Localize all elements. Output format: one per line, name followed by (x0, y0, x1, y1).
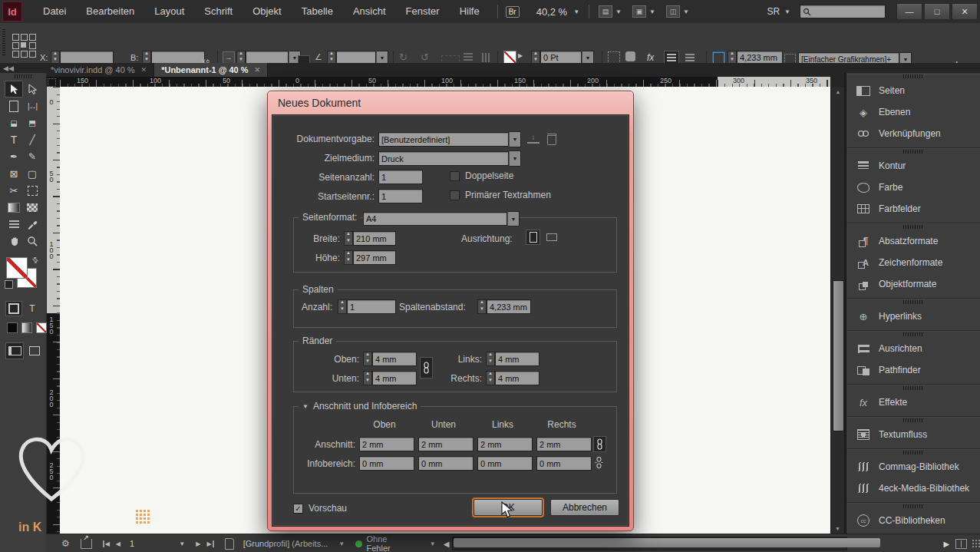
content-placer-tool[interactable]: ⬒ (24, 115, 41, 131)
page-settings-icon[interactable]: ⚙ (61, 538, 70, 549)
page-view-icon[interactable] (955, 539, 967, 549)
bleed-left-field[interactable]: 2 mm (477, 437, 533, 451)
swap-fill-stroke-icon[interactable]: ⇆ (30, 255, 41, 266)
scroll-right-icon[interactable]: ▶ (943, 540, 949, 548)
margin-top-field[interactable]: 4 mm (372, 352, 417, 366)
first-page-icon[interactable]: ◀ (103, 540, 110, 547)
margin-right-field[interactable]: 4 mm (495, 371, 539, 385)
dock-group-handle[interactable] (903, 418, 923, 422)
close-button[interactable]: ✕ (952, 3, 978, 20)
content-collector-tool[interactable]: ⬓ (5, 115, 22, 131)
menu-hilfe[interactable]: Hilfe (450, 0, 490, 23)
formatting-affects-container-button[interactable] (6, 302, 21, 316)
vertical-scroll-thumb[interactable] (833, 280, 844, 431)
workspace-switcher[interactable]: SR ▼ (767, 6, 790, 17)
scroll-down-icon[interactable]: ▼ (831, 524, 844, 534)
free-transform-tool[interactable] (24, 183, 41, 198)
gutter-field[interactable]: 4,233 mm (487, 299, 531, 314)
resize-grip-icon[interactable] (972, 539, 980, 548)
preflight-profile-dropdown[interactable]: [Grundprofil] (Arbeits... (243, 539, 328, 548)
direct-selection-tool[interactable] (24, 81, 41, 97)
gutter-stepper[interactable]: ▲▼ (477, 299, 487, 314)
apply-gradient-button[interactable] (21, 322, 32, 333)
pencil-tool[interactable]: ✎ (24, 149, 41, 164)
note-tool[interactable] (5, 217, 22, 232)
gap-tool[interactable]: |↔| (24, 98, 41, 114)
bleed-right-field[interactable]: 2 mm (536, 437, 592, 451)
panel-button-ebenen[interactable]: ◈Ebenen (846, 101, 980, 123)
panel-button-farbfelder[interactable]: Farbfelder (846, 198, 980, 220)
orientation-portrait-button[interactable] (526, 230, 539, 244)
collapse-panels-icon[interactable]: ◀◀ (3, 64, 14, 72)
columns-count-field[interactable]: 1 (347, 299, 396, 314)
page-number-field[interactable]: 1 (130, 539, 179, 548)
preflight-page-icon[interactable] (225, 538, 234, 550)
page-tool[interactable] (5, 98, 22, 114)
margin-top-stepper[interactable]: ▲▼ (363, 352, 372, 366)
distribute-vertical-icon[interactable] (464, 53, 473, 62)
slug-unlink-icon[interactable] (593, 455, 605, 470)
search-input[interactable] (800, 5, 886, 18)
panel-button-farbe[interactable]: Farbe (846, 177, 980, 198)
reference-point-proxy[interactable] (12, 34, 31, 52)
width-stepper[interactable]: ▲▼ (344, 231, 353, 246)
preset-select[interactable]: [Benutzerdefiniert] (378, 132, 509, 147)
rotate-ccw-icon[interactable]: ↺ (421, 51, 429, 63)
pages-field[interactable]: 1 (378, 170, 423, 184)
tab-close-icon[interactable]: ✕ (141, 66, 147, 74)
profile-dropdown-arrow-icon[interactable]: ▼ (338, 540, 345, 547)
menu-layout[interactable]: Layout (144, 0, 194, 23)
menu-bearbeiten[interactable]: Bearbeiten (76, 0, 144, 23)
maximize-button[interactable]: □ (924, 3, 950, 20)
eyedropper-tool[interactable] (24, 217, 41, 232)
frame-tool[interactable]: ⊠ (5, 166, 22, 181)
scroll-up-icon[interactable]: ▲ (831, 87, 845, 97)
minimize-button[interactable]: — (896, 3, 922, 20)
preset-select-arrow[interactable]: ▼ (509, 131, 521, 147)
intent-select[interactable]: Druck (378, 151, 509, 166)
horizontal-ruler[interactable]: 150 100 50 0 50 100 150 200 250 300 350 (60, 77, 830, 87)
slug-top-field[interactable]: 0 mm (359, 456, 414, 471)
delete-preset-icon[interactable] (547, 134, 556, 145)
bleed-top-field[interactable]: 2 mm (359, 437, 414, 451)
distribute-horizontal-icon[interactable] (480, 53, 490, 62)
last-page-icon[interactable]: ▶ (206, 540, 213, 547)
previous-page-icon[interactable]: ◀ (116, 540, 120, 547)
orientation-landscape-button[interactable] (545, 230, 558, 244)
panel-button-objektformate[interactable]: Objektformate (846, 273, 980, 295)
margins-link-icon[interactable] (420, 357, 433, 378)
zoom-tool[interactable] (24, 233, 41, 249)
width-field[interactable]: 210 mm (353, 231, 396, 246)
panel-button-kontur[interactable]: Kontur (846, 155, 980, 177)
pen-tool[interactable]: ✒ (5, 149, 22, 164)
preview-checkbox[interactable]: ✓ (293, 504, 303, 514)
start-page-field[interactable]: 1 (378, 189, 423, 203)
hand-tool[interactable] (5, 233, 22, 249)
normal-view-mode-button[interactable] (6, 343, 23, 359)
panel-button-cc-bibliotheken[interactable]: ccCC-Bibliotheken (846, 510, 980, 531)
bleed-bottom-field[interactable]: 2 mm (418, 437, 474, 451)
columns-count-stepper[interactable]: ▲▼ (338, 299, 347, 314)
tab-close-icon[interactable]: ✕ (255, 66, 261, 74)
panel-button-seiten[interactable]: Seiten (846, 80, 980, 101)
menu-objekt[interactable]: Objekt (243, 0, 292, 23)
primary-textframe-checkbox[interactable] (450, 190, 460, 200)
menu-datei[interactable]: Datei (33, 0, 76, 23)
dock-group-handle[interactable] (903, 386, 923, 390)
disclosure-triangle-icon[interactable]: ▼ (302, 403, 309, 410)
line-tool[interactable]: ╱ (24, 132, 41, 147)
height-field[interactable]: 297 mm (353, 250, 396, 265)
bleed-link-icon[interactable] (593, 436, 606, 452)
slug-right-field[interactable]: 0 mm (536, 456, 592, 471)
tab-unbenannt[interactable]: *Unbenannt-1 @ 40 %✕ (154, 63, 268, 77)
panel-button-textumfluss[interactable]: Textumfluss (846, 424, 980, 445)
menu-schrift[interactable]: Schrift (194, 0, 243, 23)
rotate-cw-icon[interactable]: ↻ (399, 51, 408, 63)
default-fill-stroke-icon[interactable] (5, 280, 13, 289)
dock-group-handle[interactable] (903, 150, 923, 154)
corner-shape-icon[interactable] (625, 51, 635, 61)
panel-drag-handle[interactable] (2, 29, 5, 57)
effects-fx-icon[interactable]: fx (647, 52, 654, 63)
horizontal-scrollbar[interactable] (452, 537, 847, 550)
share-export-icon[interactable]: ↗ (81, 539, 92, 549)
